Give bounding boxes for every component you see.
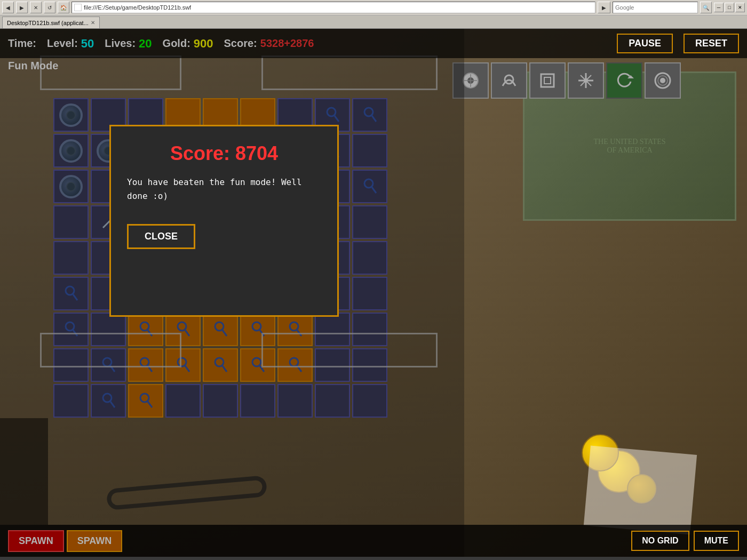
back-button[interactable]: ◀	[2, 2, 14, 13]
toolbar-row: ◀ ▶ ✕ ↺ 🏠 file:///E:/Setup/game/DesktopT…	[0, 0, 747, 15]
modal-close-button[interactable]: CLOSE	[127, 224, 195, 249]
tower-btn-bash[interactable]	[606, 62, 642, 99]
svg-rect-5	[541, 74, 554, 87]
paper	[584, 446, 697, 535]
window-controls: ─ □ ✕	[714, 3, 745, 12]
modal-overlay: Score: 8704 You have beaten the fun mode…	[0, 29, 464, 557]
url-text: file:///E:/Setup/game/DesktopTD121b.swf	[84, 4, 191, 11]
refresh-button[interactable]: ↺	[44, 2, 55, 13]
page-icon	[74, 4, 82, 11]
tower-btn-missile[interactable]	[645, 62, 681, 99]
bottom-right-buttons: NO GRID MUTE	[631, 531, 739, 551]
address-bar[interactable]: file:///E:/Setup/game/DesktopTD121b.swf	[71, 2, 595, 13]
maximize-button[interactable]: □	[725, 3, 734, 12]
svg-point-14	[660, 78, 665, 83]
browser-chrome: ◀ ▶ ✕ ↺ 🏠 file:///E:/Setup/game/DesktopT…	[0, 0, 747, 29]
search-input[interactable]	[613, 2, 698, 13]
search-go-button[interactable]: 🔍	[700, 2, 712, 13]
modal-dialog: Score: 8704 You have beaten the fun mode…	[109, 125, 339, 317]
close-window-button[interactable]: ✕	[735, 3, 745, 12]
tower-selector	[448, 58, 685, 103]
modal-score-title: Score: 8704	[127, 142, 321, 165]
no-grid-button[interactable]: NO GRID	[631, 531, 689, 551]
svg-rect-6	[544, 77, 551, 84]
minimize-button[interactable]: ─	[714, 3, 724, 12]
tab-bar: DesktopTD121b.swf (applicat... ✕	[0, 15, 747, 28]
game-container: THE UNITED STATESOF AMERICA Time: Level:…	[0, 29, 747, 557]
reset-button[interactable]: RESET	[684, 34, 739, 53]
mute-button[interactable]: MUTE	[694, 531, 739, 551]
tab-close-icon[interactable]: ✕	[91, 20, 95, 26]
go-button[interactable]: ▶	[598, 2, 610, 13]
tower-btn-dart[interactable]	[529, 62, 566, 99]
pause-button[interactable]: PAUSE	[617, 34, 673, 53]
modal-message: You have beaten the fun mode! Well done …	[127, 175, 321, 203]
home-button[interactable]: 🏠	[58, 2, 69, 13]
tab-label: DesktopTD121b.swf (applicat...	[7, 20, 89, 26]
tower-btn-frost[interactable]	[568, 62, 604, 99]
svg-point-11	[584, 78, 588, 83]
browser-tab[interactable]: DesktopTD121b.swf (applicat... ✕	[2, 17, 100, 28]
forward-button[interactable]: ▶	[16, 2, 28, 13]
tower-btn-squirt[interactable]	[491, 62, 527, 99]
stop-button[interactable]: ✕	[30, 2, 42, 13]
